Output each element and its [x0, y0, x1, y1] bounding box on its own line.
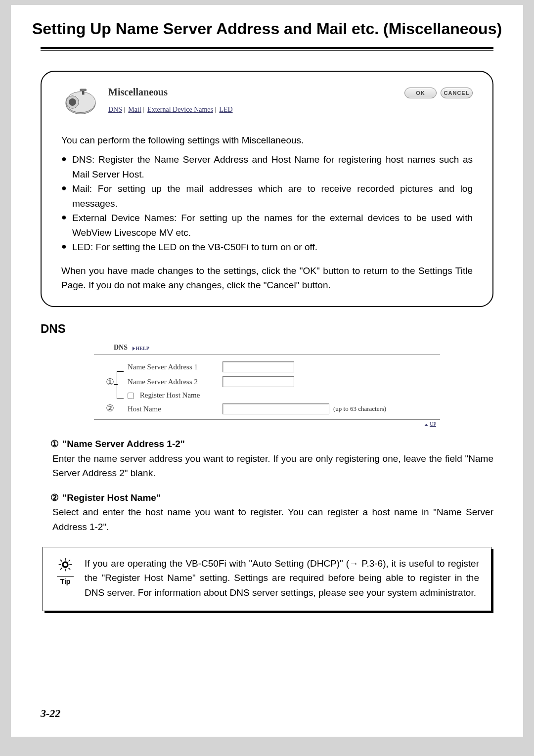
bullet-list: ●DNS: Register the Name Server Address a… [61, 152, 473, 254]
svg-line-14 [69, 560, 70, 561]
link-mail[interactable]: Mail [128, 106, 141, 113]
dns-bar-label: DNS [114, 344, 128, 351]
host-name-row: Host Name (up to 63 characters) [94, 401, 440, 416]
misc-title: Miscellaneous [108, 87, 404, 98]
link-external-device-names[interactable]: External Device Names [147, 106, 213, 113]
callout-2: ② [106, 402, 114, 414]
descriptions: ① "Name Server Address 1-2" Enter the na… [41, 437, 493, 534]
dns-settings-panel: DNS HELP ① ② Name Server Address 1 Name … [94, 342, 440, 427]
callout-1: ① [106, 376, 114, 388]
svg-point-3 [69, 98, 76, 106]
svg-point-7 [64, 563, 67, 567]
page-title: Setting Up Name Server Address and Mail … [11, 5, 523, 43]
ok-button[interactable]: OK [404, 88, 437, 98]
up-arrow-icon [424, 424, 428, 426]
name-server-address-2-row: Name Server Address 2 [94, 374, 440, 389]
name-server-address-2-input[interactable] [222, 376, 294, 387]
name-server-address-1-row: Name Server Address 1 [94, 359, 440, 374]
link-led[interactable]: LED [219, 106, 232, 113]
list-item: ●DNS: Register the Name Server Address a… [61, 152, 473, 181]
list-item: ●External Device Names: For setting up t… [61, 211, 473, 240]
description-item: ② "Register Host Name" Select and enter … [41, 490, 493, 534]
host-name-input[interactable] [222, 403, 329, 414]
register-host-name-label: Register Host Name [140, 391, 200, 399]
misc-header: Miscellaneous DNS| Mail| External Device… [61, 87, 473, 118]
svg-line-12 [60, 560, 62, 561]
help-link[interactable]: HELP [133, 346, 149, 351]
list-item: ●Mail: For setting up the mail addresses… [61, 181, 473, 211]
cancel-button[interactable]: CANCEL [441, 88, 473, 98]
name-server-address-1-input[interactable] [222, 361, 294, 372]
after-bullets-text: When you have made changes to the settin… [61, 264, 473, 293]
tip-label: Tip [57, 576, 74, 585]
svg-rect-5 [80, 89, 87, 91]
misc-links: DNS| Mail| External Device Names| LED [108, 106, 404, 114]
svg-line-13 [69, 568, 70, 570]
link-dns[interactable]: DNS [108, 106, 122, 113]
register-host-name-checkbox[interactable] [128, 393, 134, 399]
callout-1-bracket [117, 371, 124, 399]
camera-icon [61, 87, 108, 118]
desc-body: Select and enter the host name you want … [52, 505, 493, 534]
manual-page: Setting Up Name Server Address and Mail … [11, 5, 523, 737]
desc-title: "Name Server Address 1-2" [62, 439, 185, 449]
desc-number: ① [50, 439, 59, 449]
up-link[interactable]: UP [430, 421, 436, 427]
register-host-name-row: Register Host Name [94, 389, 440, 401]
host-name-note: (up to 63 characters) [331, 405, 386, 413]
page-number: 3-22 [41, 707, 60, 720]
title-underline [41, 47, 493, 51]
intro-box: Miscellaneous DNS| Mail| External Device… [41, 71, 493, 307]
dns-footer: UP [94, 419, 440, 427]
dns-bar: DNS HELP [94, 342, 440, 355]
lightbulb-icon [57, 565, 74, 574]
svg-line-15 [60, 568, 62, 570]
description-item: ① "Name Server Address 1-2" Enter the na… [41, 437, 493, 480]
tip-box: Tip If you are operating the VB-C50Fi wi… [43, 547, 491, 611]
tip-text: If you are operating the VB-C50Fi with "… [78, 556, 479, 600]
nsa1-label: Name Server Address 1 [94, 363, 222, 371]
desc-number: ② [50, 492, 59, 503]
intro-text: You can perform the following settings w… [61, 133, 473, 147]
desc-title: "Register Host Name" [62, 492, 161, 503]
list-item: ●LED: For setting the LED on the VB-C50F… [61, 240, 473, 254]
dns-section-heading: DNS [41, 322, 493, 336]
desc-body: Enter the name server address you want t… [52, 451, 493, 481]
